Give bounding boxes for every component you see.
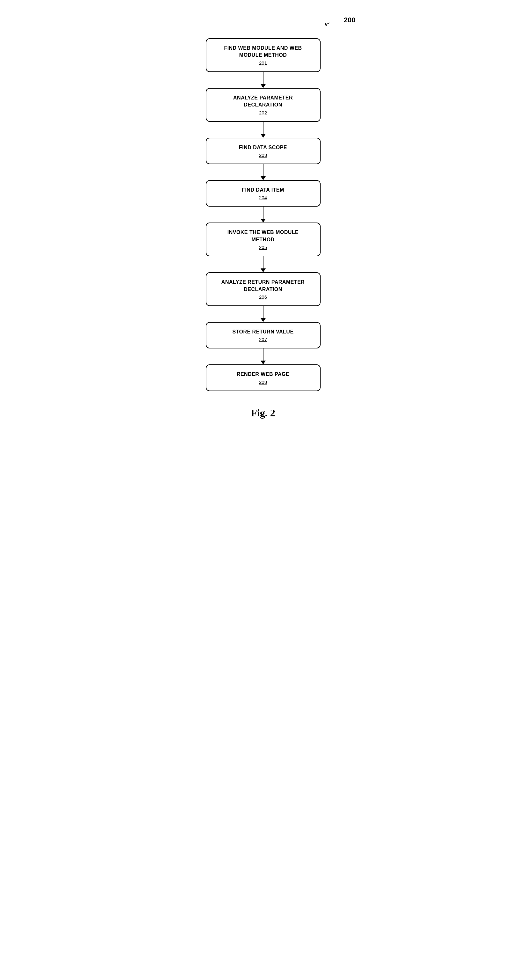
step-201-label: FIND WEB MODULE AND WEBMODULE METHOD — [216, 45, 310, 59]
step-202-ref: 202 — [216, 110, 310, 115]
arrow-6 — [261, 306, 266, 322]
figure-number-arrow-icon: ↙ — [323, 19, 332, 29]
flowchart-step-201: FIND WEB MODULE AND WEBMODULE METHOD 201 — [206, 38, 320, 72]
arrow-4 — [261, 207, 266, 223]
arrow-line-7 — [263, 348, 263, 361]
step-205-ref: 205 — [216, 245, 310, 250]
arrow-3 — [261, 164, 266, 180]
step-202-label: ANALYZE PARAMETERDECLARATION — [216, 94, 310, 109]
step-206-ref: 206 — [216, 294, 310, 300]
step-204-ref: 204 — [216, 195, 310, 200]
step-205-label: INVOKE THE WEB MODULEMETHOD — [216, 229, 310, 243]
arrow-2 — [261, 122, 266, 138]
figure-number: 200 — [344, 16, 355, 24]
page-container: 200 ↙ FIND WEB MODULE AND WEBMODULE METH… — [158, 6, 368, 438]
step-208-ref: 208 — [216, 379, 310, 385]
arrow-line-2 — [263, 122, 263, 134]
flowchart-step-202: ANALYZE PARAMETERDECLARATION 202 — [206, 88, 320, 122]
arrow-head-1 — [261, 84, 266, 88]
arrow-head-2 — [261, 134, 266, 138]
step-203-ref: 203 — [216, 153, 310, 158]
flowchart-step-207: STORE RETURN VALUE 207 — [206, 322, 320, 348]
step-201-ref: 201 — [216, 60, 310, 66]
step-207-ref: 207 — [216, 337, 310, 342]
arrow-5 — [261, 256, 266, 272]
flowchart-step-203: FIND DATA SCOPE 203 — [206, 138, 320, 164]
arrow-head-4 — [261, 219, 266, 223]
arrow-head-6 — [261, 318, 266, 322]
arrow-line-1 — [263, 72, 263, 84]
arrow-line-3 — [263, 164, 263, 176]
step-204-label: FIND DATA ITEM — [216, 186, 310, 194]
arrow-7 — [261, 348, 266, 364]
step-208-label: RENDER WEB PAGE — [216, 371, 310, 378]
arrow-head-5 — [261, 269, 266, 272]
arrow-head-3 — [261, 176, 266, 180]
arrow-line-5 — [263, 256, 263, 269]
figure-caption: Fig. 2 — [164, 407, 362, 419]
step-206-label: ANALYZE RETURN PARAMETERDECLARATION — [216, 278, 310, 293]
arrow-line-4 — [263, 207, 263, 219]
step-207-label: STORE RETURN VALUE — [216, 328, 310, 336]
arrow-line-6 — [263, 306, 263, 318]
arrow-1 — [261, 72, 266, 88]
flowchart-step-205: INVOKE THE WEB MODULEMETHOD 205 — [206, 223, 320, 256]
flowchart-step-208: RENDER WEB PAGE 208 — [206, 364, 320, 391]
step-203-label: FIND DATA SCOPE — [216, 144, 310, 151]
arrow-head-7 — [261, 361, 266, 364]
flowchart-step-206: ANALYZE RETURN PARAMETERDECLARATION 206 — [206, 272, 320, 306]
flowchart: FIND WEB MODULE AND WEBMODULE METHOD 201… — [164, 38, 362, 391]
flowchart-step-204: FIND DATA ITEM 204 — [206, 180, 320, 207]
